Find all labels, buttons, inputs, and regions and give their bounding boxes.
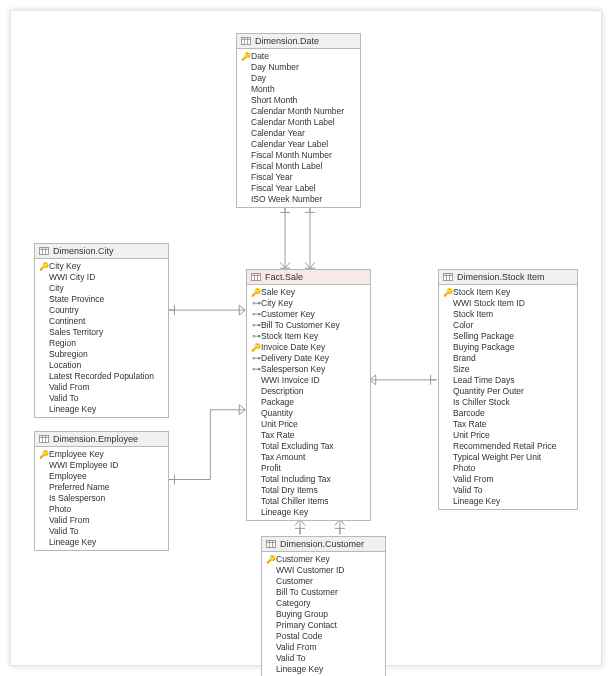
field-row[interactable]: Day Number xyxy=(237,62,360,73)
field-row[interactable]: Fiscal Year xyxy=(237,172,360,183)
field-row[interactable]: Calendar Month Number xyxy=(237,106,360,117)
field-row[interactable]: Tax Rate xyxy=(247,430,370,441)
field-row[interactable]: Latest Recorded Population xyxy=(35,371,168,382)
field-row[interactable]: Country xyxy=(35,305,168,316)
field-row[interactable]: WWI Invoice ID xyxy=(247,375,370,386)
field-row[interactable]: ISO Week Number xyxy=(237,194,360,205)
field-row[interactable]: Calendar Month Label xyxy=(237,117,360,128)
field-row[interactable]: ⊶Bill To Customer Key xyxy=(247,320,370,331)
field-row[interactable]: ⊶Delivery Date Key xyxy=(247,353,370,364)
field-row[interactable]: ⊶City Key xyxy=(247,298,370,309)
entity-fact-sale[interactable]: Fact.Sale🔑Sale Key⊶City Key⊶Customer Key… xyxy=(246,269,371,521)
entity-dimension-date[interactable]: Dimension.Date🔑DateDay NumberDayMonthSho… xyxy=(236,33,361,208)
field-row[interactable]: Photo xyxy=(439,463,577,474)
field-row[interactable]: Total Excluding Tax xyxy=(247,441,370,452)
field-row[interactable]: Bill To Customer xyxy=(262,587,385,598)
field-row[interactable]: 🔑Invoice Date Key xyxy=(247,342,370,353)
field-row[interactable]: Category xyxy=(262,598,385,609)
field-row[interactable]: WWI Customer ID xyxy=(262,565,385,576)
field-row[interactable]: Total Dry Items xyxy=(247,485,370,496)
entity-header[interactable]: Dimension.Customer xyxy=(262,537,385,552)
field-row[interactable]: Lineage Key xyxy=(247,507,370,518)
entity-header[interactable]: Dimension.Stock Item xyxy=(439,270,577,285)
entity-header[interactable]: Fact.Sale xyxy=(247,270,370,285)
field-row[interactable]: Package xyxy=(247,397,370,408)
field-row[interactable]: Total Including Tax xyxy=(247,474,370,485)
entity-dimension-stock-item[interactable]: Dimension.Stock Item🔑Stock Item KeyWWI S… xyxy=(438,269,578,510)
field-row[interactable]: Valid From xyxy=(35,515,168,526)
field-row[interactable]: Quantity xyxy=(247,408,370,419)
field-row[interactable]: Sales Territory xyxy=(35,327,168,338)
field-row[interactable]: WWI City ID xyxy=(35,272,168,283)
field-row[interactable]: Is Chiller Stock xyxy=(439,397,577,408)
field-row[interactable]: ⊶Customer Key xyxy=(247,309,370,320)
field-row[interactable]: Short Month xyxy=(237,95,360,106)
field-row[interactable]: Customer xyxy=(262,576,385,587)
field-row[interactable]: Lineage Key xyxy=(35,404,168,415)
field-row[interactable]: Lead Time Days xyxy=(439,375,577,386)
field-row[interactable]: Color xyxy=(439,320,577,331)
field-row[interactable]: WWI Stock Item ID xyxy=(439,298,577,309)
field-row[interactable]: Valid To xyxy=(439,485,577,496)
field-row[interactable]: ⊶Stock Item Key xyxy=(247,331,370,342)
field-row[interactable]: Primary Contact xyxy=(262,620,385,631)
field-row[interactable]: Calendar Year Label xyxy=(237,139,360,150)
entity-dimension-employee[interactable]: Dimension.Employee🔑Employee KeyWWI Emplo… xyxy=(34,431,169,551)
field-row[interactable]: Stock Item xyxy=(439,309,577,320)
field-row[interactable]: Month xyxy=(237,84,360,95)
field-row[interactable]: Valid To xyxy=(262,653,385,664)
field-row[interactable]: Valid From xyxy=(262,642,385,653)
field-row[interactable]: Brand xyxy=(439,353,577,364)
field-row[interactable]: Preferred Name xyxy=(35,482,168,493)
field-row[interactable]: 🔑Employee Key xyxy=(35,449,168,460)
entity-header[interactable]: Dimension.Date xyxy=(237,34,360,49)
field-row[interactable]: Photo xyxy=(35,504,168,515)
field-row[interactable]: WWI Employee ID xyxy=(35,460,168,471)
field-row[interactable]: State Province xyxy=(35,294,168,305)
field-row[interactable]: Valid To xyxy=(35,393,168,404)
field-row[interactable]: Region xyxy=(35,338,168,349)
field-row[interactable]: Size xyxy=(439,364,577,375)
entity-header[interactable]: Dimension.Employee xyxy=(35,432,168,447)
field-row[interactable]: Fiscal Month Label xyxy=(237,161,360,172)
field-row[interactable]: City xyxy=(35,283,168,294)
field-row[interactable]: Buying Package xyxy=(439,342,577,353)
field-row[interactable]: 🔑Sale Key xyxy=(247,287,370,298)
field-row[interactable]: ⊶Salesperson Key xyxy=(247,364,370,375)
field-row[interactable]: Selling Package xyxy=(439,331,577,342)
field-row[interactable]: Fiscal Year Label xyxy=(237,183,360,194)
entity-header[interactable]: Dimension.City xyxy=(35,244,168,259)
field-row[interactable]: Location xyxy=(35,360,168,371)
field-row[interactable]: Barcode xyxy=(439,408,577,419)
field-row[interactable]: 🔑City Key xyxy=(35,261,168,272)
field-row[interactable]: Total Chiller Items xyxy=(247,496,370,507)
field-row[interactable]: Day xyxy=(237,73,360,84)
field-row[interactable]: Quantity Per Outer xyxy=(439,386,577,397)
field-row[interactable]: Unit Price xyxy=(439,430,577,441)
entity-dimension-customer[interactable]: Dimension.Customer🔑Customer KeyWWI Custo… xyxy=(261,536,386,676)
field-row[interactable]: Fiscal Month Number xyxy=(237,150,360,161)
field-row[interactable]: Recommended Retail Price xyxy=(439,441,577,452)
field-row[interactable]: Lineage Key xyxy=(439,496,577,507)
field-row[interactable]: Valid From xyxy=(439,474,577,485)
field-row[interactable]: Profit xyxy=(247,463,370,474)
field-row[interactable]: Typical Weight Per Unit xyxy=(439,452,577,463)
field-row[interactable]: Lineage Key xyxy=(35,537,168,548)
field-row[interactable]: Buying Group xyxy=(262,609,385,620)
field-row[interactable]: Tax Amount xyxy=(247,452,370,463)
entity-dimension-city[interactable]: Dimension.City🔑City KeyWWI City IDCitySt… xyxy=(34,243,169,418)
field-row[interactable]: 🔑Stock Item Key xyxy=(439,287,577,298)
field-row[interactable]: Postal Code xyxy=(262,631,385,642)
field-row[interactable]: 🔑Customer Key xyxy=(262,554,385,565)
field-row[interactable]: Subregion xyxy=(35,349,168,360)
field-row[interactable]: Description xyxy=(247,386,370,397)
field-row[interactable]: Continent xyxy=(35,316,168,327)
field-row[interactable]: Employee xyxy=(35,471,168,482)
field-row[interactable]: Calendar Year xyxy=(237,128,360,139)
field-row[interactable]: Tax Rate xyxy=(439,419,577,430)
field-row[interactable]: Valid To xyxy=(35,526,168,537)
field-row[interactable]: Valid From xyxy=(35,382,168,393)
field-row[interactable]: Lineage Key xyxy=(262,664,385,675)
field-row[interactable]: Unit Price xyxy=(247,419,370,430)
field-row[interactable]: Is Salesperson xyxy=(35,493,168,504)
